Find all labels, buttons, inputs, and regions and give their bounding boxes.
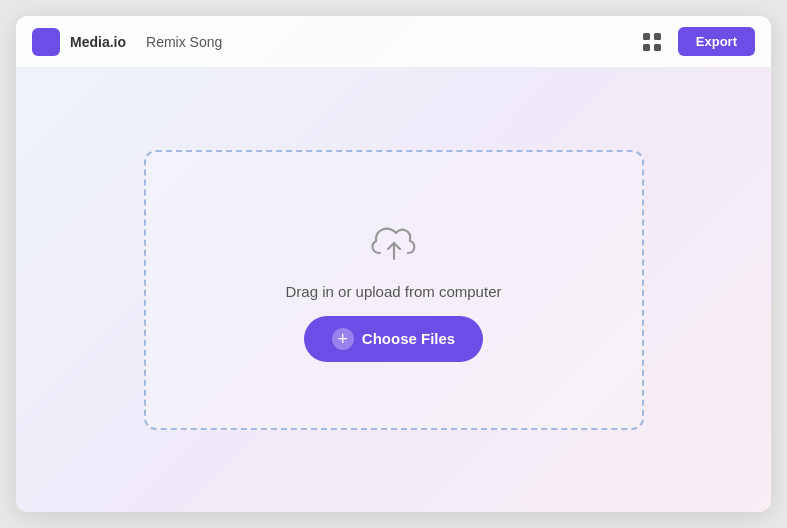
cloud-upload-icon [366, 219, 422, 267]
app-window: Media.io Remix Song Export [16, 16, 771, 512]
svg-rect-0 [643, 33, 650, 40]
export-button[interactable]: Export [678, 27, 755, 56]
app-name: Media.io [70, 34, 126, 50]
choose-files-label: Choose Files [362, 330, 455, 347]
svg-rect-2 [643, 44, 650, 51]
main-content: Drag in or upload from computer + Choose… [16, 68, 771, 512]
page-title: Remix Song [146, 34, 222, 50]
svg-rect-1 [654, 33, 661, 40]
drag-text: Drag in or upload from computer [286, 283, 502, 300]
plus-icon: + [332, 328, 354, 350]
drop-zone[interactable]: Drag in or upload from computer + Choose… [144, 150, 644, 430]
titlebar: Media.io Remix Song Export [16, 16, 771, 68]
choose-files-button[interactable]: + Choose Files [304, 316, 483, 362]
svg-rect-3 [654, 44, 661, 51]
upload-icon-wrapper [366, 219, 422, 267]
grid-icon-button[interactable] [636, 26, 668, 58]
grid-icon [643, 33, 661, 51]
app-logo [32, 28, 60, 56]
titlebar-actions: Export [636, 26, 755, 58]
